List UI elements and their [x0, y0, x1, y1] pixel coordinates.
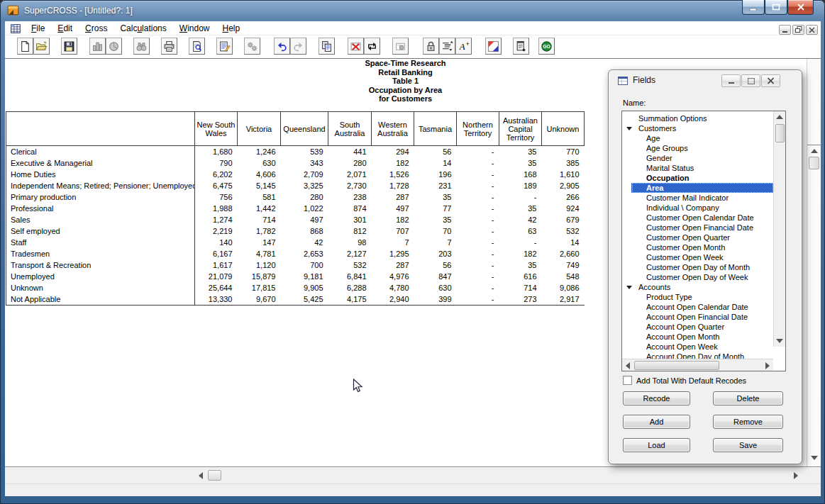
field-item-accounts[interactable]: Accounts: [623, 282, 774, 292]
data-cell[interactable]: 140: [195, 237, 238, 248]
list-vertical-scrollbar[interactable]: [773, 111, 785, 347]
data-cell[interactable]: 616: [499, 271, 542, 282]
new-document-button[interactable]: [17, 38, 33, 55]
menu-calculations[interactable]: Calculations: [113, 21, 172, 35]
data-cell[interactable]: 63: [499, 225, 542, 237]
data-cell[interactable]: 1,526: [372, 169, 414, 180]
data-cell[interactable]: 5,425: [281, 293, 328, 306]
go-button[interactable]: GO: [538, 38, 555, 55]
menu-window[interactable]: Window: [173, 21, 216, 35]
row-label-tradesmen[interactable]: Tradesmen: [6, 248, 195, 259]
data-cell[interactable]: 532: [328, 259, 372, 271]
data-cell[interactable]: 770: [542, 146, 585, 158]
horizontal-scroll-thumb[interactable]: [208, 470, 221, 481]
field-item-account-open-month[interactable]: Account Open Month: [623, 332, 774, 342]
field-item-gender[interactable]: Gender: [623, 153, 774, 163]
column-header-australian-capital-territory[interactable]: Australian Capital Territory: [499, 112, 542, 146]
data-cell[interactable]: 924: [542, 203, 585, 214]
load-button[interactable]: Load: [623, 438, 690, 452]
field-item-individual-company[interactable]: Individual \ Company: [623, 203, 774, 213]
data-cell[interactable]: -: [457, 146, 499, 158]
field-item-customers[interactable]: Customers: [623, 123, 774, 133]
data-cell[interactable]: 2,219: [195, 225, 238, 237]
scroll-up-arrow[interactable]: [811, 149, 818, 153]
document-table-icon[interactable]: [10, 23, 22, 34]
data-cell[interactable]: 35: [499, 157, 542, 169]
field-item-age[interactable]: Age: [623, 133, 774, 143]
list-scroll-up-arrow[interactable]: [776, 115, 783, 119]
field-item-customer-open-day-of-week[interactable]: Customer Open Day of Week: [623, 272, 774, 282]
row-label-clerical[interactable]: Clerical: [6, 146, 195, 158]
menu-file[interactable]: File: [25, 21, 51, 35]
data-cell[interactable]: -: [457, 293, 499, 306]
data-cell[interactable]: 2,071: [328, 169, 372, 180]
data-cell[interactable]: 301: [328, 214, 372, 225]
data-cell[interactable]: 1,246: [238, 146, 281, 158]
data-cell[interactable]: -: [457, 157, 499, 169]
data-cell[interactable]: -: [457, 259, 499, 271]
scroll-down-arrow[interactable]: [811, 456, 818, 460]
field-item-occupation[interactable]: Occupation: [623, 173, 774, 183]
data-cell[interactable]: 5,145: [238, 180, 281, 191]
data-cell[interactable]: 532: [542, 225, 585, 237]
row-label-sales[interactable]: Sales: [6, 214, 195, 225]
column-header-western-australia[interactable]: Western Australia: [372, 112, 414, 146]
column-header-victoria[interactable]: Victoria: [238, 112, 281, 146]
data-cell[interactable]: 56: [414, 146, 457, 158]
data-cell[interactable]: 273: [499, 293, 542, 306]
mdi-minimize-button[interactable]: [779, 25, 791, 35]
data-cell[interactable]: 868: [281, 225, 328, 237]
font-size-button[interactable]: A+: [455, 38, 472, 55]
menu-cross[interactable]: Cross: [79, 21, 113, 35]
data-cell[interactable]: 4,781: [238, 248, 281, 259]
list-scroll-right-arrow[interactable]: [765, 362, 770, 369]
field-item-customer-open-quarter[interactable]: Customer Open Quarter: [623, 233, 774, 242]
print-button[interactable]: [161, 38, 177, 55]
row-label-self-employed[interactable]: Self employed: [6, 225, 195, 237]
list-horizontal-scrollbar[interactable]: [622, 359, 773, 371]
data-cell[interactable]: 238: [328, 191, 372, 203]
row-label-unemployed[interactable]: Unemployed: [6, 271, 195, 282]
data-cell[interactable]: 14: [542, 237, 585, 248]
vertical-scrollbar[interactable]: [807, 59, 821, 466]
data-cell[interactable]: 1,728: [372, 180, 414, 191]
close-button[interactable]: [787, 0, 814, 15]
fields-dialog-titlebar[interactable]: Fields: [609, 70, 802, 90]
data-cell[interactable]: 6,202: [195, 169, 238, 180]
data-cell[interactable]: 231: [414, 180, 457, 191]
data-cell[interactable]: -: [457, 271, 499, 282]
save-button[interactable]: [61, 38, 77, 55]
data-cell[interactable]: 2,917: [542, 293, 585, 306]
data-cell[interactable]: 7: [372, 237, 414, 248]
data-cell[interactable]: -: [457, 203, 499, 214]
collapse-arrow-icon[interactable]: [626, 286, 632, 289]
list-scroll-left-arrow[interactable]: [626, 362, 630, 369]
print-preview-button[interactable]: [189, 38, 205, 55]
data-cell[interactable]: -: [457, 225, 499, 237]
scroll-right-arrow[interactable]: [794, 472, 798, 479]
menu-help[interactable]: Help: [216, 21, 246, 35]
data-cell[interactable]: -: [457, 180, 499, 191]
data-cell[interactable]: 15,879: [238, 271, 281, 282]
data-cell[interactable]: 294: [372, 146, 414, 158]
data-cell[interactable]: -: [499, 237, 542, 248]
data-cell[interactable]: 287: [372, 259, 414, 271]
mdi-close-button[interactable]: [806, 25, 818, 35]
data-cell[interactable]: -: [457, 169, 499, 180]
list-scroll-down-arrow[interactable]: [776, 339, 783, 343]
row-label-primary-production[interactable]: Primary production: [6, 191, 195, 203]
field-item-customer-open-month[interactable]: Customer Open Month: [623, 242, 774, 252]
data-cell[interactable]: 2,940: [372, 293, 414, 306]
row-label-not-applicable[interactable]: Not Applicable: [6, 293, 195, 306]
minimize-button[interactable]: [742, 0, 765, 15]
data-cell[interactable]: 147: [238, 237, 281, 248]
data-cell[interactable]: 2,730: [328, 180, 372, 191]
field-item-account-open-financial-date[interactable]: Account Open Financial Date: [623, 312, 774, 322]
edit-form-button[interactable]: [216, 38, 233, 55]
data-cell[interactable]: 168: [499, 169, 542, 180]
data-cell[interactable]: 756: [195, 191, 238, 203]
data-cell[interactable]: 1,680: [195, 146, 238, 158]
row-label-staff[interactable]: Staff: [6, 237, 195, 248]
data-cell[interactable]: 497: [281, 214, 328, 225]
scroll-left-arrow[interactable]: [199, 472, 203, 479]
